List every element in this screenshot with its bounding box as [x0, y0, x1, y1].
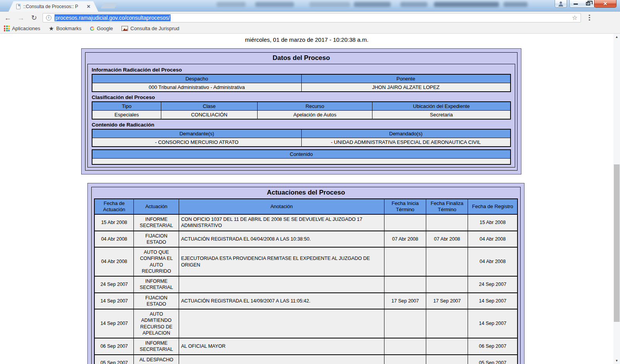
despacho-header: Despacho [92, 74, 301, 83]
datos-del-proceso-panel: Datos del Proceso Información Radicación… [81, 48, 521, 174]
blurred-text [309, 2, 350, 7]
contenido-radicacion-label: Contenido de Radicación [92, 120, 511, 129]
forward-button[interactable]: → [16, 14, 26, 21]
partes-table: Demandante(s) Demandado(s) - CONSORCIO M… [92, 129, 511, 147]
column-header: Actuación [134, 199, 179, 215]
table-cell: FIJACION ESTADO [134, 231, 179, 248]
bookmark-star-icon[interactable]: ☆ [572, 15, 577, 21]
column-header: Fecha Finaliza Término [426, 199, 468, 215]
star-icon: ★ [49, 26, 54, 31]
maximize-button[interactable] [582, 0, 594, 8]
table-cell: 06 Sep 2007 [468, 338, 518, 355]
actuacion-row: 15 Abr 2008INFORME SECRETARIALCON OFICIO… [94, 214, 518, 231]
table-cell: 04 Abr 2008 [468, 247, 518, 276]
picture-icon [121, 26, 128, 31]
bookmark-label: Aplicaciones [12, 26, 40, 31]
scroll-up-button[interactable]: ▲ [613, 34, 620, 40]
table-cell: INFORME SECRETARIAL [134, 338, 179, 355]
table-cell: 24 Sep 2007 [94, 276, 134, 293]
close-button[interactable]: ✕ [594, 0, 617, 8]
table-cell [426, 276, 468, 293]
recurso-header: Recurso [257, 102, 372, 111]
minimize-button[interactable] [569, 0, 582, 8]
table-cell: AL DESPACHO POR REPARTO [134, 355, 179, 364]
table-cell: 07 Abr 2008 [426, 231, 468, 248]
url-text[interactable]: procesos.ramajudicial.gov.co/consultapro… [55, 14, 171, 21]
bookmark-label: Google [97, 26, 113, 31]
column-header: Fecha de Actuación [94, 199, 134, 215]
table-cell: 14 Sep 2007 [468, 293, 518, 309]
ponente-value: JHON JAIRO ALZATE LOPEZ [301, 83, 511, 92]
table-cell: 24 Sep 2007 [468, 276, 518, 293]
blurred-text [400, 2, 427, 7]
blurred-text [354, 2, 391, 7]
browser-tab[interactable]: ::Consulta de Procesos:: P ✕ [9, 1, 98, 12]
bookmark-google[interactable]: G Google [90, 25, 113, 32]
info-radicacion-label: Información Radicación del Proceso [92, 65, 511, 74]
table-cell [384, 309, 426, 338]
blurred-text [217, 2, 246, 7]
bookmark-jurisprudencia[interactable]: Consulta de Jurisprud [121, 26, 179, 31]
table-cell [426, 214, 468, 231]
table-cell: 06 Sep 2007 [94, 338, 134, 355]
contenido-table: Contenido [92, 149, 511, 165]
browser-window: ::Consulta de Procesos:: P ✕ ✕ ← → ↻ i p… [0, 0, 620, 364]
demandante-value: - CONSORCIO MERCURIO ATRATO [92, 138, 301, 147]
reload-button[interactable]: ↻ [29, 14, 39, 21]
column-header: Anotación [179, 199, 384, 215]
page-content: miércoles, 01 de marzo de 2017 - 10:20:3… [0, 34, 613, 364]
table-cell: 15 Abr 2008 [94, 214, 134, 231]
tab-title: ::Consulta de Procesos:: P [23, 4, 84, 9]
info-radicacion-table: Despacho Ponente 000 Tribunal Administra… [92, 74, 511, 92]
blurred-text [504, 2, 528, 7]
new-tab-button[interactable] [101, 3, 118, 9]
column-header: Fecha Inicia Término [384, 199, 426, 215]
scrollbar-thumb[interactable] [614, 164, 620, 322]
actuaciones-table: Fecha de ActuaciónActuaciónAnotaciónFech… [94, 198, 518, 364]
google-g-icon: G [90, 25, 94, 32]
actuacion-row: 05 Sep 2007AL DESPACHO POR REPARTO05 Sep… [94, 355, 518, 364]
table-cell: 14 Sep 2007 [94, 309, 134, 338]
contenido-header: Contenido [92, 150, 511, 159]
ponente-header: Ponente [301, 74, 511, 83]
table-cell: ACTUACIÓN REGISTRADA EL 04/04/2008 A LAS… [179, 231, 384, 248]
apps-grid-icon [4, 26, 10, 31]
address-bar[interactable]: i procesos.ramajudicial.gov.co/consultap… [43, 13, 581, 22]
table-cell [384, 214, 426, 231]
page-info-icon[interactable]: i [46, 15, 51, 21]
page-favicon-icon [16, 4, 20, 9]
actuaciones-title: Actuaciones del Proceso [92, 187, 520, 198]
scroll-down-button[interactable]: ▼ [613, 357, 620, 364]
tipo-value: Especiales [92, 111, 161, 120]
table-cell: INFORME SECRETARIAL [134, 276, 179, 293]
chrome-menu-button[interactable] [585, 15, 594, 21]
datetime-line: miércoles, 01 de marzo de 2017 - 10:20:3… [0, 36, 613, 43]
table-cell: 17 Sep 2007 [426, 293, 468, 309]
table-cell: 05 Sep 2007 [94, 355, 134, 364]
bookmark-apps[interactable]: Aplicaciones [4, 26, 40, 31]
bookmark-bookmarks[interactable]: ★ Bookmarks [49, 26, 81, 31]
table-cell: AUTO ADMITIENDO RECURSO DE APELACION [134, 309, 179, 338]
datos-title: Datos del Proceso [85, 53, 517, 64]
back-button[interactable]: ← [3, 14, 12, 21]
despacho-value: 000 Tribunal Administrativo - Administra… [92, 83, 301, 92]
table-cell: 14 Sep 2007 [468, 309, 518, 338]
bookmarks-bar: Aplicaciones ★ Bookmarks G Google Consul… [0, 24, 620, 34]
demandado-value: - UNIDAD ADMINISTRATIVA ESPECIAL DE AERO… [301, 138, 511, 147]
table-cell [179, 276, 384, 293]
table-cell [384, 247, 426, 276]
table-cell: 04 Abr 2008 [94, 231, 134, 248]
table-cell [384, 355, 426, 364]
tab-close-icon[interactable]: ✕ [87, 4, 91, 9]
clase-value: CONCILIACIÓN [161, 111, 258, 120]
table-cell: INFORME SECRETARIAL [134, 214, 179, 231]
profile-button[interactable] [555, 0, 567, 8]
table-cell [384, 338, 426, 355]
clasificacion-table: Tipo Clase Recurso Ubicación del Expedie… [92, 101, 511, 120]
datos-content-box: Información Radicación del Proceso Despa… [87, 64, 515, 167]
table-cell: EJECUTORIADA ESTA PROVIDENCIA REMITASE E… [179, 247, 384, 276]
table-cell: 05 Sep 2007 [468, 355, 518, 364]
demandante-header: Demandante(s) [92, 129, 301, 138]
actuacion-row: 06 Sep 2007INFORME SECRETARIALAL OFICIAL… [94, 338, 518, 355]
vertical-scrollbar[interactable]: ▲ ▼ [613, 34, 620, 364]
